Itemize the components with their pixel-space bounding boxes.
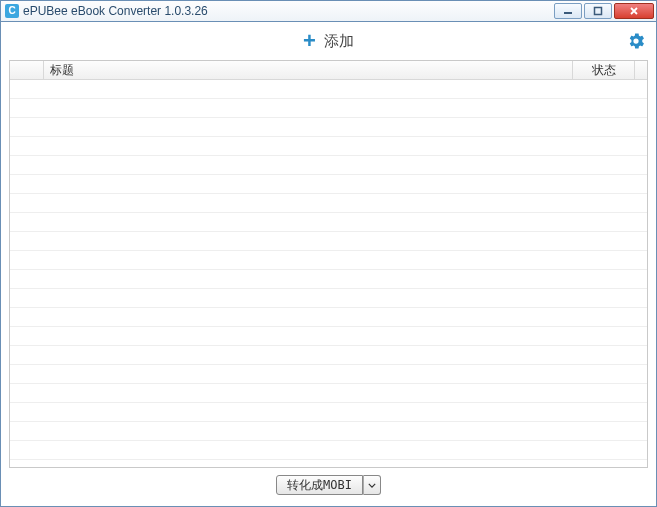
table-row xyxy=(10,156,647,175)
table-row xyxy=(10,403,647,422)
table-row xyxy=(10,251,647,270)
table-row xyxy=(10,194,647,213)
bottom-bar: 转化成MOBI xyxy=(1,468,656,502)
table-row xyxy=(10,365,647,384)
table-row xyxy=(10,289,647,308)
plus-icon: + xyxy=(303,30,316,52)
table-row xyxy=(10,327,647,346)
file-table: 标题 状态 xyxy=(9,60,648,468)
table-row xyxy=(10,308,647,327)
column-index[interactable] xyxy=(10,61,44,79)
window-controls xyxy=(554,3,654,19)
convert-split-button: 转化成MOBI xyxy=(276,475,381,495)
table-row xyxy=(10,99,647,118)
table-row xyxy=(10,118,647,137)
chevron-down-icon xyxy=(368,483,376,488)
add-button[interactable]: + 添加 xyxy=(303,30,354,52)
table-row xyxy=(10,346,647,365)
client-area: + 添加 标题 状态 转化成MOBI xyxy=(0,22,657,507)
table-row xyxy=(10,422,647,441)
column-spacer xyxy=(635,61,647,79)
add-label: 添加 xyxy=(324,32,354,51)
gear-icon xyxy=(627,32,645,50)
column-status[interactable]: 状态 xyxy=(573,61,635,79)
table-row xyxy=(10,460,647,468)
minimize-button[interactable] xyxy=(554,3,582,19)
table-row xyxy=(10,232,647,251)
maximize-button[interactable] xyxy=(584,3,612,19)
table-row xyxy=(10,213,647,232)
svg-rect-0 xyxy=(564,12,572,14)
convert-button[interactable]: 转化成MOBI xyxy=(276,475,363,495)
app-icon: C xyxy=(5,4,19,18)
svg-rect-1 xyxy=(595,8,602,15)
title-bar: C ePUBee eBook Converter 1.0.3.26 xyxy=(0,0,657,22)
table-row xyxy=(10,80,647,99)
table-row xyxy=(10,441,647,460)
table-row xyxy=(10,270,647,289)
toolbar: + 添加 xyxy=(1,22,656,60)
table-row xyxy=(10,384,647,403)
close-button[interactable] xyxy=(614,3,654,19)
convert-dropdown[interactable] xyxy=(363,475,381,495)
window-title: ePUBee eBook Converter 1.0.3.26 xyxy=(23,4,554,18)
settings-button[interactable] xyxy=(626,31,646,51)
column-title[interactable]: 标题 xyxy=(44,61,573,79)
table-header: 标题 状态 xyxy=(10,61,647,80)
table-row xyxy=(10,175,647,194)
table-body xyxy=(10,80,647,468)
table-row xyxy=(10,137,647,156)
